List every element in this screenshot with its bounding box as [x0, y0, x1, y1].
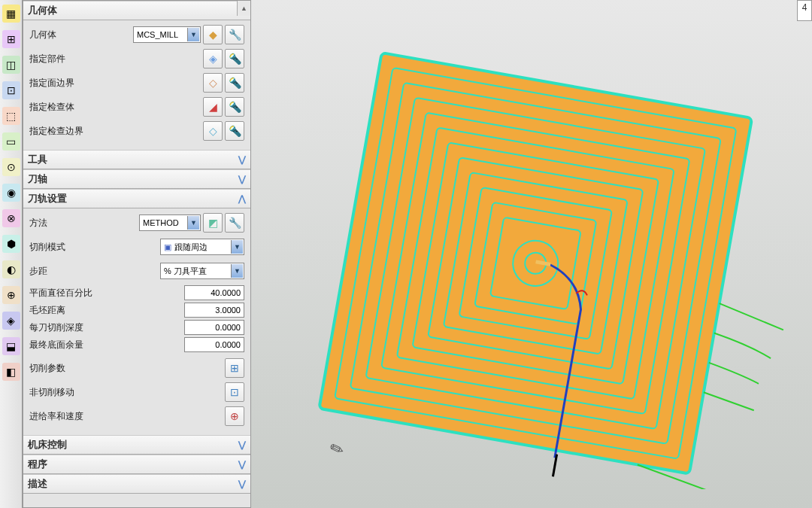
toolpath-svg [311, 38, 812, 489]
section-machine-header[interactable]: 机床控制 ⋁ [23, 435, 250, 455]
tool-icon-9[interactable]: ⊗ [2, 209, 20, 227]
chevron-down-icon: ⋁ [238, 154, 246, 165]
display-face-button[interactable]: 🔦 [225, 73, 244, 93]
tool-icon-15[interactable]: ◧ [2, 363, 20, 381]
section-title: 机床控制 [28, 438, 67, 452]
cutpattern-label: 切削模式 [29, 241, 160, 254]
3d-viewport[interactable]: 4 [251, 0, 812, 508]
display-part-button[interactable]: 🔦 [225, 49, 244, 68]
method-label: 方法 [29, 217, 139, 230]
section-toolpath-body: 方法 METHOD ▼ ◩ 🔧 切削模式 ▣ 跟随周边 ▼ 步距 [23, 208, 250, 435]
final-floor-label: 最终底面余量 [29, 339, 184, 351]
specify-check-button[interactable]: ◢ [203, 97, 223, 117]
section-geometry-body: 几何体 MCS_MILL ▼ ◆ 🔧 指定部件 ◈ 🔦 指定面边界 ◇ 🔦 [23, 20, 250, 150]
specify-part-label: 指定部件 [29, 53, 203, 65]
display-check-boundary-button[interactable]: 🔦 [225, 121, 244, 141]
specify-part-button[interactable]: ◈ [203, 49, 223, 68]
row-method: 方法 METHOD ▼ ◩ 🔧 [29, 213, 244, 233]
tool-icon-1[interactable]: ▦ [2, 5, 20, 23]
section-toolpath-header[interactable]: 刀轨设置 ⋀ [23, 189, 250, 208]
cutting-params-label: 切削参数 [29, 362, 225, 375]
tool-icon-12[interactable]: ⊕ [2, 286, 20, 304]
dropdown-arrow-icon: ▼ [231, 240, 243, 254]
stepover-dropdown[interactable]: % 刀具平直 ▼ [160, 263, 244, 279]
tool-icon-10[interactable]: ⬢ [2, 235, 20, 253]
row-final-floor: 最终底面余量 [29, 337, 244, 352]
flat-diameter-label: 平面直径百分比 [29, 287, 184, 300]
row-blank-distance: 毛坯距离 [29, 303, 244, 318]
flat-diameter-input[interactable] [184, 285, 244, 300]
chevron-down-icon: ⋁ [238, 459, 246, 470]
feeds-speeds-button[interactable]: ⊕ [225, 406, 244, 426]
chevron-down-icon: ⋁ [238, 479, 246, 489]
tool-icon-11[interactable]: ◐ [2, 260, 20, 278]
method-create-button[interactable]: ◩ [203, 213, 223, 233]
tool-icon-6[interactable]: ▭ [2, 132, 20, 151]
row-specify-check-boundary: 指定检查边界 ◇ 🔦 [29, 121, 244, 141]
section-geometry-header[interactable]: 几何体 ⋀ [23, 1, 250, 20]
row-geom-body: 几何体 MCS_MILL ▼ ◆ 🔧 [29, 25, 244, 44]
feeds-speeds-label: 进给率和速度 [29, 410, 225, 423]
tool-icon-3[interactable]: ◫ [2, 56, 20, 74]
row-feeds-speeds: 进给率和速度 ⊕ [29, 406, 244, 426]
method-edit-button[interactable]: 🔧 [225, 213, 244, 233]
final-floor-input[interactable] [184, 337, 244, 352]
section-tool-header[interactable]: 工具 ⋁ [23, 150, 250, 169]
tool-icon-14[interactable]: ⬓ [2, 337, 20, 355]
dropdown-arrow-icon: ▼ [187, 216, 199, 230]
section-program-header[interactable]: 程序 ⋁ [23, 455, 250, 474]
section-title: 几何体 [28, 4, 57, 17]
row-stepover: 步距 % 刀具平直 ▼ [29, 261, 244, 281]
tool-icon-7[interactable]: ⊙ [2, 158, 20, 176]
section-title: 描述 [28, 477, 47, 491]
blank-distance-input[interactable] [184, 303, 244, 318]
geom-body-label: 几何体 [29, 29, 133, 41]
cutpattern-dropdown[interactable]: ▣ 跟随周边 ▼ [160, 239, 244, 255]
dropdown-arrow-icon: ▼ [231, 264, 243, 278]
row-specify-check: 指定检查体 ◢ 🔦 [29, 97, 244, 117]
tool-icon-13[interactable]: ◈ [2, 312, 20, 330]
row-specify-face: 指定面边界 ◇ 🔦 [29, 73, 244, 93]
specify-check-label: 指定检查体 [29, 101, 203, 114]
operation-panel: 几何体 ⋀ ▲ 几何体 MCS_MILL ▼ ◆ 🔧 指定部件 ◈ 🔦 指定面边… [23, 0, 251, 508]
row-flat-diameter: 平面直径百分比 [29, 285, 244, 300]
row-specify-part: 指定部件 ◈ 🔦 [29, 49, 244, 68]
geom-body-dropdown[interactable]: MCS_MILL ▼ [133, 26, 201, 43]
method-dropdown[interactable]: METHOD ▼ [139, 214, 201, 231]
depth-per-cut-label: 每刀切削深度 [29, 321, 184, 334]
chevron-down-icon: ⋁ [238, 440, 246, 450]
specify-face-button[interactable]: ◇ [203, 73, 223, 93]
section-title: 工具 [28, 153, 47, 166]
blank-distance-label: 毛坯距离 [29, 304, 184, 317]
svg-line-14 [536, 262, 551, 264]
section-description-header[interactable]: 描述 ⋁ [23, 474, 250, 494]
section-toolaxis-header[interactable]: 刀轴 ⋁ [23, 169, 250, 189]
create-geom-button[interactable]: ◆ [203, 25, 223, 44]
display-check-button[interactable]: 🔦 [225, 97, 244, 117]
section-title: 程序 [28, 458, 47, 471]
edit-geom-button[interactable]: 🔧 [225, 25, 244, 44]
tool-icon-4[interactable]: ⊡ [2, 81, 20, 99]
row-cutpattern: 切削模式 ▣ 跟随周边 ▼ [29, 237, 244, 257]
top-right-indicator: 4 [797, 0, 812, 21]
tool-icon-8[interactable]: ◉ [2, 184, 20, 202]
chevron-up-icon: ⋀ [238, 193, 246, 204]
stepover-label: 步距 [29, 265, 160, 278]
noncutting-label: 非切削移动 [29, 386, 225, 399]
row-cutting-params: 切削参数 ⊞ [29, 358, 244, 378]
row-depth-per-cut: 每刀切削深度 [29, 320, 244, 335]
section-title: 刀轨设置 [28, 192, 67, 205]
depth-per-cut-input[interactable] [184, 320, 244, 335]
scroll-up[interactable]: ▲ [237, 1, 250, 16]
tool-icon-2[interactable]: ⊞ [2, 30, 20, 48]
chevron-down-icon: ⋁ [238, 174, 246, 184]
noncutting-button[interactable]: ⊡ [225, 382, 244, 402]
tool-icon-5[interactable]: ⬚ [2, 107, 20, 125]
workpiece-display: XM YM ZM [311, 38, 732, 444]
section-title: 刀轴 [28, 172, 47, 186]
specify-face-label: 指定面边界 [29, 77, 203, 90]
specify-check-boundary-button[interactable]: ◇ [203, 121, 223, 141]
cutting-params-button[interactable]: ⊞ [225, 358, 244, 378]
specify-check-boundary-label: 指定检查边界 [29, 125, 203, 138]
row-noncutting: 非切削移动 ⊡ [29, 382, 244, 402]
